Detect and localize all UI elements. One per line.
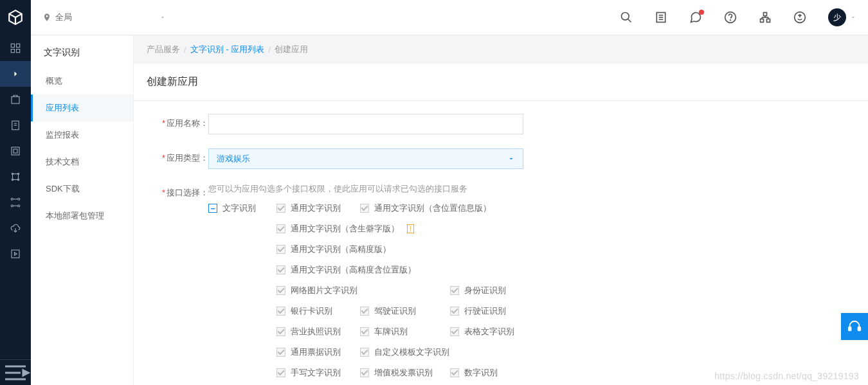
tree-group-ocr[interactable]: − 文字识别 [208,202,276,214]
svg-point-7 [730,20,731,21]
page-title: 创建新应用 [134,64,868,101]
svg-rect-9 [761,19,764,22]
rail-play[interactable] [0,241,31,267]
svg-point-36 [11,205,13,207]
sidebar-item-docs[interactable]: 技术文档 [31,148,133,175]
checkbox[interactable] [360,368,369,377]
rail-frame[interactable] [0,138,31,164]
checkbox[interactable] [360,204,369,213]
message-icon[interactable] [689,11,702,24]
svg-rect-46 [858,327,861,331]
checkbox[interactable] [450,327,459,336]
api-hint: 您可以为应用勾选多个接口权限，使此应用可以请求已勾选的接口服务 [208,183,855,195]
svg-rect-17 [17,44,20,47]
checkbox[interactable] [276,245,285,254]
app-type-value: 游戏娱乐 [217,153,250,165]
svg-rect-19 [17,49,20,53]
checkbox[interactable] [360,307,369,316]
checkbox[interactable] [360,327,369,336]
rail-grid[interactable] [0,164,31,190]
notification-dot [699,10,704,15]
minus-icon: − [208,204,217,213]
svg-rect-41 [12,250,19,258]
gift-icon[interactable] [793,11,806,24]
chevron-down-icon [850,14,856,21]
rail-collapse[interactable] [0,359,31,385]
checkbox[interactable] [360,348,369,357]
sidebar-item-deploy[interactable]: 本地部署包管理 [31,202,133,229]
logo[interactable] [0,0,31,35]
avatar: 少 [828,8,846,26]
rail-nodes[interactable] [0,190,31,215]
sidebar-item-overview[interactable]: 概览 [31,67,133,94]
checkbox[interactable] [450,368,459,377]
sidebar-title: 文字识别 [31,35,133,67]
svg-rect-18 [11,49,14,53]
app-name-input[interactable] [208,114,523,134]
svg-line-1 [628,19,631,22]
app-type-select[interactable]: 游戏娱乐 [208,148,523,169]
sidebar-item-monitor[interactable]: 监控报表 [31,121,133,148]
label-app-type: *应用类型： [147,148,208,164]
list-icon[interactable] [655,11,667,24]
support-button[interactable] [841,313,868,340]
svg-point-34 [11,198,13,200]
svg-point-37 [18,205,20,207]
checkbox[interactable] [450,286,459,295]
rail-docs[interactable] [0,112,31,138]
checkbox[interactable] [450,307,459,316]
svg-point-0 [622,13,629,21]
breadcrumb-item: 创建应用 [275,44,308,55]
rail-dashboard[interactable] [0,35,31,61]
breadcrumb-link[interactable]: 文字识别 - 应用列表 [190,44,265,55]
checkbox[interactable] [276,327,285,336]
svg-rect-45 [849,327,851,331]
svg-rect-16 [11,44,14,47]
watermark: https://blog.csdn.net/qq_39219193 [714,371,859,381]
svg-rect-25 [14,149,17,153]
location-icon [42,13,51,22]
scope-label: 全局 [55,12,72,23]
chevron-down-icon [507,155,515,163]
rail-expand[interactable] [0,61,31,87]
rail-cloud[interactable] [0,215,31,241]
search-icon[interactable] [620,11,633,24]
breadcrumb: 产品服务 / 文字识别 - 应用列表 / 创建应用 [134,35,868,64]
svg-rect-8 [764,13,767,16]
chevron-down-icon [76,14,166,21]
sidebar: 文字识别 概览 应用列表 监控报表 技术文档 SDK下载 本地部署包管理 [31,35,134,385]
scope-selector[interactable]: 全局 [42,12,166,23]
checkbox[interactable] [276,348,285,357]
label-app-name: *应用名称： [147,114,208,129]
checkbox[interactable] [276,286,285,295]
checkbox[interactable] [276,204,285,213]
svg-rect-24 [12,147,19,155]
sidebar-item-sdk[interactable]: SDK下载 [31,175,133,202]
rail-products[interactable] [0,87,31,112]
sidebar-item-apps[interactable]: 应用列表 [31,94,133,121]
user-menu[interactable]: 少 [828,8,856,26]
nav-rail [0,35,31,385]
org-icon[interactable] [759,11,772,24]
warn-badge: ! [407,224,414,233]
svg-point-35 [18,198,20,200]
checkbox[interactable] [276,368,285,377]
checkbox[interactable] [276,307,285,316]
checkbox[interactable] [276,265,285,274]
breadcrumb-item: 产品服务 [147,44,180,55]
help-icon[interactable] [724,11,737,24]
label-api-select: *接口选择： [147,183,208,199]
checkbox[interactable] [276,224,285,233]
svg-rect-20 [12,97,19,104]
svg-rect-10 [767,19,770,22]
